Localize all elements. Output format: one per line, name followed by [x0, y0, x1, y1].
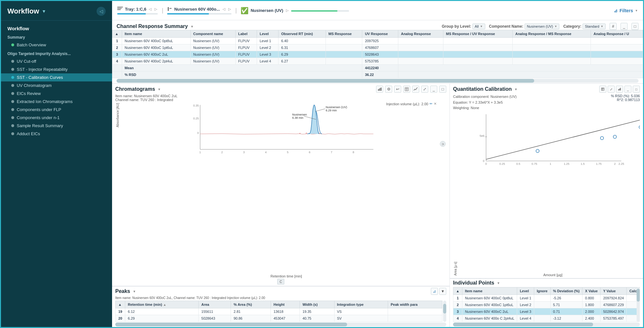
check-next-arrow[interactable]: ▷ — [285, 8, 289, 13]
ind-y-header[interactable]: Y Value — [601, 287, 627, 295]
svg-text:6.38 min: 6.38 min — [292, 116, 304, 119]
sidebar-item-uv-cutoff[interactable]: UV Cut-off — [1, 57, 112, 65]
ind-row-2: 2 Nusinersen 60V 400oC 1pt6uL Level 2 5.… — [453, 302, 640, 308]
sidebar-item-sample-result[interactable]: Sample Result Summary — [1, 122, 112, 130]
ind-sort-header[interactable]: ▲ — [453, 287, 462, 295]
settings-icon[interactable]: ⚙ — [385, 86, 392, 93]
quant-weighting: Weighting: None — [453, 105, 516, 111]
fullscreen-icon[interactable]: ⤢ — [421, 86, 428, 93]
tray-next-arrow[interactable]: ▷ — [154, 7, 158, 11]
channel-response-scrollbar[interactable] — [117, 79, 639, 83]
sort-header[interactable]: ▲ — [112, 30, 122, 38]
channel-response-dropdown[interactable]: ▼ — [190, 25, 194, 28]
uv-response-header[interactable]: UV Response — [362, 30, 398, 38]
table-icon[interactable] — [403, 86, 410, 93]
chromat-minimize-btn[interactable]: _ — [430, 86, 437, 93]
sidebar-item-batch-overview[interactable]: Batch Overview — [1, 41, 112, 49]
individual-points-dropdown[interactable]: ▼ — [497, 281, 500, 285]
components-flp-label: Components under FLP — [17, 107, 61, 112]
sidebar-item-sst-injector[interactable]: SST - Injector Repeatability — [1, 65, 112, 73]
peaks-width-header[interactable]: Width (s) — [300, 301, 334, 308]
sidebar-item-sst-calibration[interactable]: SST - Calibration Curves — [1, 73, 112, 81]
level-header[interactable]: Level — [257, 30, 279, 38]
sidebar-item-adduct-eics[interactable]: Adduct EICs — [1, 130, 112, 138]
minimize-button[interactable]: _ — [620, 23, 628, 30]
category-label: Category: — [563, 24, 581, 29]
sidebar-section: Workflow Summary Batch Overview Oligo Ta… — [1, 21, 112, 141]
batch-overview-label: Batch Overview — [17, 42, 46, 47]
analog-ms-header[interactable]: Analog Response / MS Response — [513, 30, 591, 38]
category-value[interactable]: Standard ▼ — [582, 23, 606, 29]
svg-text:1.25: 1.25 — [564, 162, 570, 165]
row-num-2: 2 — [112, 44, 122, 51]
ind-num-3: 3 — [453, 308, 462, 315]
peaks-sort-header[interactable]: ▲ — [116, 301, 125, 308]
group-by-value[interactable]: All ▼ — [472, 23, 485, 29]
channel-response-section: Channel Response Summary ▼ Group by Leve… — [112, 20, 643, 84]
peaks-rt-header[interactable]: Retention time (min) ▲ — [125, 301, 199, 308]
row-3-analog-u — [591, 51, 643, 58]
ind-scrollbar-v[interactable] — [637, 287, 640, 322]
ind-level-header[interactable]: Level — [517, 287, 534, 295]
analog-response-header[interactable]: Analog Response — [398, 30, 443, 38]
quant-table-icon[interactable] — [599, 86, 606, 93]
method-prev-arrow[interactable]: ◁ — [222, 7, 226, 11]
quant-dropdown[interactable]: ▼ — [514, 88, 517, 91]
workflow-dropdown-arrow[interactable]: ▼ — [42, 9, 46, 14]
row-4-component: Nusinersen (UV) — [190, 58, 235, 65]
ms-response-header[interactable]: MS Response — [326, 30, 362, 38]
ind-num-4: 4 — [453, 315, 462, 322]
component-name-value[interactable]: Nusinersen (UV) ▼ — [525, 23, 559, 29]
quant-expand-btn[interactable]: □ — [633, 86, 640, 93]
sidebar-item-uv-chromatogram[interactable]: UV Chromatogram — [1, 81, 112, 89]
peaks-dropdown[interactable]: ▼ — [133, 290, 136, 293]
close-icon[interactable]: ✕ — [434, 102, 437, 106]
peaks-pct-area-header[interactable]: % Area (%) — [231, 301, 271, 308]
ind-scrollbar-h[interactable] — [453, 323, 640, 326]
ind-item-name-header[interactable]: Item name — [462, 287, 517, 295]
chromat-expand-btn[interactable]: □ — [439, 86, 446, 93]
sidebar-item-extracted-ion[interactable]: Extracted Ion Chromatograms — [1, 98, 112, 106]
bottom-expand-btn[interactable]: C — [277, 279, 284, 285]
peaks-area-header[interactable]: Area — [199, 301, 231, 308]
peaks-pct-19: 2.81 — [231, 308, 271, 315]
peaks-width-param-header[interactable]: Peak width para — [388, 301, 442, 308]
chromat-shrink-btn[interactable]: ⊃ — [440, 141, 446, 147]
row-1-level: Level 1 — [257, 38, 279, 44]
hash-button[interactable]: # — [610, 23, 617, 30]
chart-type-icon[interactable] — [412, 86, 419, 93]
sidebar-item-eics-review[interactable]: EICs Review — [1, 89, 112, 98]
edit-icon[interactable]: ✏ — [430, 102, 432, 106]
peaks-scrollbar-h[interactable] — [115, 323, 446, 326]
sidebar-item-components-flp[interactable]: Components under FLP — [1, 106, 112, 114]
label-header[interactable]: Label — [235, 30, 257, 38]
method-next-arrow[interactable]: ▷ — [228, 7, 232, 11]
svg-rect-0 — [168, 7, 169, 11]
observed-rt-header[interactable]: Observed RT (min) — [279, 30, 326, 38]
undo-icon[interactable]: ↩ — [394, 86, 401, 93]
ms-uv-header[interactable]: MS Response / UV Response — [443, 30, 512, 38]
peaks-int-type-header[interactable]: Integration type — [334, 301, 388, 308]
quant-bar-icon[interactable] — [616, 86, 623, 93]
bar-chart-icon[interactable] — [376, 86, 383, 93]
analog-u-header[interactable]: Analog Response / U — [591, 30, 643, 38]
ind-ignore-header[interactable]: Ignore — [534, 287, 550, 295]
expand-button[interactable]: □ — [631, 23, 639, 30]
item-name-header[interactable]: Item name — [122, 30, 191, 38]
peaks-height-header[interactable]: Height — [271, 301, 300, 308]
chromatograms-dropdown[interactable]: ▼ — [158, 88, 161, 91]
sidebar-collapse-button[interactable]: ◁ — [97, 7, 106, 16]
peaks-filter-icon[interactable]: ⊿ — [431, 288, 438, 295]
channel-response-title: Channel Response Summary ▼ — [117, 23, 194, 29]
quant-fullscreen-icon[interactable]: ⤢ — [608, 86, 615, 93]
ind-deviation-header[interactable]: % Deviation (%) — [550, 287, 582, 295]
tray-nav-container: Tray: 1:C,6 ◁ ▷ — [117, 7, 158, 14]
component-name-header[interactable]: Component name — [190, 30, 235, 38]
quant-minimize-btn[interactable]: _ — [624, 86, 631, 93]
peaks-scrollbar-v[interactable] — [443, 301, 446, 322]
tray-prev-arrow[interactable]: ◁ — [148, 7, 152, 11]
sidebar-item-components-n1[interactable]: Components under n-1 — [1, 114, 112, 122]
peaks-control-btn[interactable]: ▼ — [439, 288, 446, 295]
filters-button[interactable]: ⊿ Filters ▼ — [614, 8, 638, 13]
ind-x-header[interactable]: X Value — [582, 287, 601, 295]
